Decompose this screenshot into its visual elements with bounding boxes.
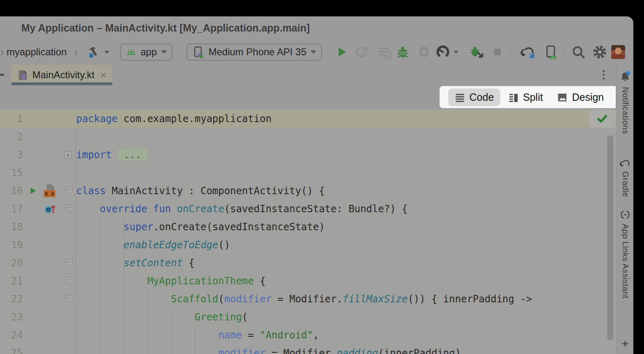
apply-changes-restart-icon: A [355,45,370,59]
code-line-22[interactable]: 22 Scaffold(modifier = Modifier.fillMaxS… [0,290,617,308]
apply-changes-restart-button[interactable]: A [355,45,370,59]
app-links-label: App Links Assistant [621,224,630,299]
code-line-21[interactable]: 21 MyApplicationTheme { [0,272,617,290]
profiler-dropdown-caret-icon [454,51,458,54]
device-dropdown-caret-icon [311,50,316,54]
line-number[interactable]: 24 [0,326,23,344]
left-stripe-handle[interactable] [0,74,4,76]
notifications-stripe-button[interactable] [617,70,633,84]
user-avatar[interactable] [611,45,625,59]
line-number[interactable]: 17 [0,200,23,218]
module-selector[interactable]: app [120,43,172,61]
code-line-25[interactable]: 25 modifier = Modifier.padding(innerPadd… [0,344,617,354]
view-mode-split[interactable]: Split [502,88,549,106]
notifications-bell-icon [619,70,631,84]
code-text: setContent { [76,254,195,272]
tab-mainactivity[interactable]: MainActivity.kt × [11,65,112,85]
search-everywhere-button[interactable] [571,45,586,59]
line-number[interactable]: 1 [0,110,23,128]
run-with-coverage-button[interactable] [417,45,431,59]
inspection-widget[interactable] [589,110,616,128]
fold-marker-icon[interactable] [65,277,73,286]
settings-gear-icon [592,45,607,59]
fold-marker-icon[interactable] [65,295,73,304]
code-editor[interactable]: 1package com.example.myapplication23+imp… [0,109,617,354]
toolbar-separator [510,45,510,59]
code-line-23[interactable]: 23 Greeting( [0,308,617,326]
line-number[interactable]: 23 [0,308,23,326]
breadcrumb[interactable]: myapplication [7,46,67,58]
app-links-stripe-label-wrap[interactable]: App Links Assistant [617,224,633,299]
build-button[interactable] [87,45,109,59]
folded-imports-chip[interactable]: ... [118,149,147,161]
debug-bug-icon [396,45,410,59]
code-line-24[interactable]: 24 name = "Android", [0,326,617,344]
tab-close-icon[interactable]: × [100,69,107,82]
code-line-15[interactable]: 15 [0,164,617,182]
view-mode-code[interactable]: Code [448,88,500,106]
manifest-component-gutter-icon[interactable] [41,183,57,199]
line-number[interactable]: 15 [0,164,23,182]
attach-debugger-button[interactable] [469,45,484,59]
fold-marker-icon[interactable] [65,186,73,196]
editor-tab-bar: MainActivity.kt × ⋮ [0,65,617,85]
apply-code-changes-button[interactable] [377,45,392,59]
run-gutter-icon[interactable] [29,186,38,195]
line-number[interactable]: 20 [0,254,23,272]
attach-debugger-icon [469,45,484,59]
line-number[interactable]: 2 [0,128,23,146]
code-text: enableEdgeToEdge() [76,236,230,254]
vertical-scrollbar[interactable] [607,135,613,340]
code-text: modifier = Modifier.padding(innerPadding… [76,344,461,354]
notifications-stripe-label-wrap[interactable]: Notifications [617,87,633,134]
run-button[interactable] [335,45,348,59]
code-line-17[interactable]: 17 override fun onCreate(savedInstanceSt… [0,200,617,218]
line-number[interactable]: 3 [0,146,23,164]
line-number[interactable]: 21 [0,272,23,290]
code-line-19[interactable]: 19 enableEdgeToEdge() [0,236,617,254]
code-text: class MainActivity : ComponentActivity()… [76,182,325,200]
stop-button[interactable] [492,46,503,58]
debug-button[interactable] [396,45,410,59]
editor-toolbar-strip: Code Split [0,85,617,109]
gradle-sync-button[interactable] [519,45,536,59]
line-number[interactable]: 18 [0,218,23,236]
code-line-20[interactable]: 20 setContent { [0,254,617,272]
gradle-stripe-label-wrap[interactable]: Gradle [617,171,633,197]
settings-button[interactable] [592,45,607,59]
apply-code-changes-icon [377,45,392,59]
view-mode-switcher: Code Split [440,86,616,108]
gemini-stripe-button[interactable] [617,338,633,350]
code-text: import ... [76,146,147,164]
tab-label: MainActivity.kt [32,69,95,81]
fold-marker-icon[interactable] [65,204,73,214]
notifications-label: Notifications [621,87,630,134]
code-text: Greeting( [76,308,248,326]
code-view-icon [454,92,465,103]
gradle-stripe-button[interactable] [617,158,633,169]
line-number[interactable]: 22 [0,290,23,308]
more-options-icon[interactable]: ⋮ [598,68,609,81]
line-number[interactable]: 19 [0,236,23,254]
code-line-18[interactable]: 18 super.onCreate(savedInstanceState) [0,218,617,236]
fold-marker-icon[interactable] [65,259,73,268]
profiler-button[interactable] [436,45,458,59]
line-number[interactable]: 16 [0,182,23,200]
view-mode-design[interactable]: Design [551,88,610,106]
code-line-2[interactable]: 2 [0,128,617,146]
view-mode-design-label: Design [572,91,604,103]
breadcrumb-label: myapplication [7,46,67,58]
split-view-icon [508,92,519,103]
device-manager-button[interactable] [544,45,558,59]
code-text: MyApplicationTheme { [76,272,265,290]
line-number[interactable]: 25 [0,344,23,354]
device-selector[interactable]: Medium Phone API 35 [186,43,322,61]
module-dropdown-caret-icon [161,50,167,54]
kotlin-file-icon [17,70,28,81]
override-method-gutter-icon[interactable] [43,203,57,215]
app-links-stripe-button[interactable] [617,209,633,220]
expand-fold-icon[interactable]: + [64,151,72,159]
code-line-16[interactable]: 16class MainActivity : ComponentActivity… [0,182,617,200]
code-line-3[interactable]: 3+import ... [0,146,617,164]
code-line-1[interactable]: 1package com.example.myapplication [0,110,617,128]
